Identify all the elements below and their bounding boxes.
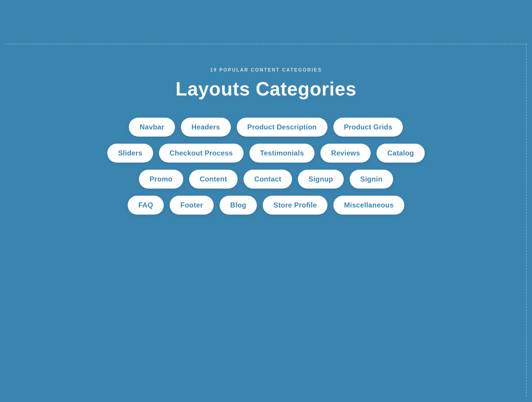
category-row-row1: NavbarHeadersProduct DescriptionProduct …: [129, 118, 403, 137]
category-pill-navbar[interactable]: Navbar: [129, 118, 175, 137]
category-pill-miscellaneous[interactable]: Miscellaneous: [333, 196, 404, 215]
category-pill-signup[interactable]: Signup: [298, 170, 344, 189]
category-pill-product-grids[interactable]: Product Grids: [333, 118, 403, 137]
category-pill-sliders[interactable]: Sliders: [107, 144, 153, 163]
category-row-row2: SlidersCheckout ProcessTestimonialsRevie…: [107, 144, 424, 163]
category-pill-headers[interactable]: Headers: [181, 118, 231, 137]
category-pill-checkout-process[interactable]: Checkout Process: [159, 144, 244, 163]
category-pill-store-profile[interactable]: Store Profile: [263, 196, 327, 215]
category-pill-signin[interactable]: Signin: [350, 170, 393, 189]
category-pill-product-description[interactable]: Product Description: [237, 118, 327, 137]
category-row-row3: PromoContentContactSignupSignin: [139, 170, 393, 189]
page-title: Layouts Categories: [176, 78, 356, 100]
category-pill-promo[interactable]: Promo: [139, 170, 183, 189]
category-pill-footer[interactable]: Footer: [170, 196, 213, 215]
main-container: 19 POPULAR CONTENT CATEGORIES Layouts Ca…: [5, 44, 527, 397]
category-pill-contact[interactable]: Contact: [244, 170, 292, 189]
category-pill-catalog[interactable]: Catalog: [377, 144, 424, 163]
category-pill-faq[interactable]: FAQ: [128, 196, 164, 215]
category-row-row4: FAQFooterBlogStore ProfileMiscellaneous: [128, 196, 404, 215]
category-pill-testimonials[interactable]: Testimonials: [249, 144, 315, 163]
subtitle: 19 POPULAR CONTENT CATEGORIES: [210, 67, 322, 73]
categories-wrapper: NavbarHeadersProduct DescriptionProduct …: [107, 118, 424, 215]
category-pill-content[interactable]: Content: [189, 170, 238, 189]
category-pill-blog[interactable]: Blog: [220, 196, 257, 215]
category-pill-reviews[interactable]: Reviews: [320, 144, 371, 163]
